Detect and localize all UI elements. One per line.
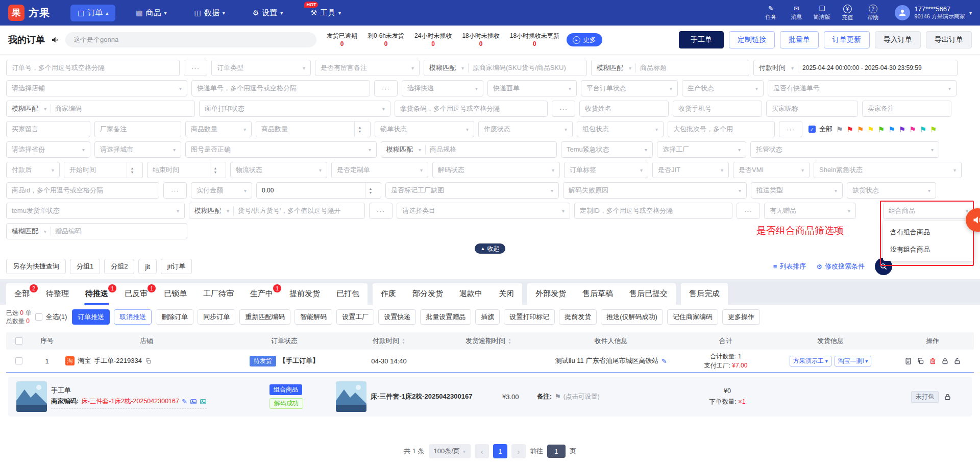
- gift-filter[interactable]: 有无赠品▾: [764, 203, 856, 219]
- nav-recharge[interactable]: ¥充值: [839, 5, 856, 21]
- flag-icon[interactable]: ⚑: [909, 126, 916, 133]
- modify-search-link[interactable]: ⚙ 修改搜索条件: [816, 262, 865, 271]
- manual-order-button[interactable]: 手工单: [679, 31, 724, 48]
- lock-icon[interactable]: [944, 393, 951, 401]
- early-ship-button[interactable]: 提前发货: [559, 309, 597, 325]
- sort-icons[interactable]: ▲▼: [508, 337, 511, 345]
- push-decoded-only-button[interactable]: 推送(仅解码成功): [601, 309, 663, 325]
- jit-button[interactable]: jit: [138, 259, 156, 274]
- pack-group-status-filter[interactable]: 组包状态▾: [577, 121, 664, 137]
- platform-order-status-filter[interactable]: 平台订单状态▾: [581, 80, 678, 96]
- step-up-icon[interactable]: ▲: [358, 126, 362, 129]
- decode-fail-reason-filter[interactable]: 解码失败原因▾: [563, 182, 747, 199]
- product-qty-compare-filter[interactable]: 商品数量▾: [185, 121, 252, 137]
- pay-after-filter[interactable]: 付款后▾: [6, 162, 60, 178]
- paid-amount-filter[interactable]: 0.00▲▼: [256, 182, 381, 199]
- sort-icons[interactable]: ▲▼: [402, 337, 405, 345]
- big-bag-batch-more-button[interactable]: ···: [779, 121, 802, 137]
- nav-item-goods[interactable]: ▦商品▾: [129, 5, 174, 21]
- row-checkbox[interactable]: [15, 357, 22, 364]
- collapse-filters-button[interactable]: ▲ 收起: [475, 243, 506, 254]
- status-tab[interactable]: 外部发货: [527, 283, 574, 305]
- group2-button[interactable]: 分组2: [104, 259, 134, 274]
- status-tab[interactable]: 工厂待审: [195, 283, 242, 305]
- flag-icon[interactable]: ⚑: [836, 126, 843, 133]
- push-type-filter[interactable]: 推送类型▾: [751, 182, 843, 199]
- rematch-code-button[interactable]: 重新匹配编码: [239, 309, 290, 325]
- product-image[interactable]: [336, 381, 366, 412]
- nav-simple-mode[interactable]: ❑简洁版: [813, 5, 830, 21]
- gallery-icon[interactable]: [200, 398, 207, 405]
- status-tab[interactable]: 售后完成: [681, 283, 728, 305]
- production-status-filter[interactable]: 生产状态▾: [682, 80, 764, 96]
- pickup-barcode-filter[interactable]: 拿货条码，多个用逗号或空格分隔: [395, 101, 548, 117]
- copy-order-icon[interactable]: [917, 357, 924, 365]
- edit-code-icon[interactable]: ✎: [182, 396, 187, 407]
- status-tab[interactable]: 部分发货: [404, 283, 451, 305]
- flag-icon[interactable]: ⚑: [888, 126, 895, 133]
- batch-order-button[interactable]: 批量单: [780, 31, 819, 48]
- jit-order-button[interactable]: jit订单: [161, 259, 192, 274]
- start-time-filter[interactable]: 开始时间▲▼: [64, 162, 143, 178]
- more-actions-button[interactable]: 更多操作: [722, 309, 760, 325]
- pay-time-range-filter[interactable]: 付款时间▾2025-04-24 00:00:00 - 2025-04-30 23…: [753, 60, 958, 76]
- shein-urgent-status-filter[interactable]: Shein紧急状态▾: [814, 162, 962, 178]
- set-factory-button[interactable]: 设置工厂: [336, 309, 374, 325]
- is-vmi-filter[interactable]: 是否VMI▾: [733, 162, 810, 178]
- status-tab[interactable]: 待推送1: [77, 283, 116, 305]
- nav-help[interactable]: ?帮助: [864, 5, 881, 21]
- logistics-status-filter[interactable]: 物流状态▾: [230, 162, 327, 178]
- status-tab[interactable]: 关闭: [491, 283, 522, 305]
- custom-id-more-button[interactable]: ···: [737, 203, 760, 219]
- temu-shipment-status-filter[interactable]: temu发货单状态▾: [6, 203, 185, 219]
- paid-amount-compare-filter[interactable]: 实付金额▾: [191, 182, 252, 199]
- status-tab[interactable]: 售后已提交: [621, 283, 676, 305]
- step-down-icon[interactable]: ▼: [369, 191, 373, 194]
- shipment-stat[interactable]: 剩0-6h未发货0: [368, 32, 404, 48]
- factory-remark-filter[interactable]: 厂家备注: [94, 121, 181, 137]
- supplier-sku-filter[interactable]: 模糊匹配▾货号/供方货号'，多个值以逗号隔开: [189, 203, 365, 219]
- import-orders-button[interactable]: 导入订单: [875, 31, 921, 48]
- category-filter[interactable]: 请选择类目▾: [397, 203, 570, 219]
- product-qty-filter[interactable]: 商品数量▲▼: [256, 121, 371, 137]
- has-tracking-no-filter[interactable]: 是否有快递单号▾: [768, 80, 957, 96]
- flag-icon[interactable]: ⚑: [857, 126, 864, 133]
- sortable-column-header[interactable]: 付款时间▲▼: [338, 336, 440, 346]
- nav-item-settings[interactable]: ⚙设置▾: [246, 5, 290, 21]
- nav-message[interactable]: ✉消息: [788, 5, 805, 21]
- ship-info-chip[interactable]: 方果演示工▾: [790, 356, 831, 366]
- product-id-more-button[interactable]: ···: [163, 182, 187, 199]
- nav-item-tools[interactable]: ⚒工具▾HOT: [303, 5, 348, 21]
- buyer-nickname-filter[interactable]: 买家昵称: [766, 101, 858, 117]
- push-orders-button[interactable]: 订单推送: [72, 309, 110, 325]
- order-no-more-button[interactable]: ···: [184, 60, 207, 76]
- ship-info-chip[interactable]: 淘宝—测l▾: [835, 356, 872, 366]
- city-filter[interactable]: 请选择城市▾: [94, 141, 181, 158]
- set-courier-button[interactable]: 设置快递: [378, 309, 416, 325]
- flag-icon[interactable]: ⚑: [846, 126, 853, 133]
- announcement-banner[interactable]: 这个是个gonna: [65, 32, 316, 47]
- order-no-filter[interactable]: 订单号，多个用逗号或空格分隔: [6, 60, 180, 76]
- status-tab[interactable]: 作废: [373, 283, 404, 305]
- is-custom-order-filter[interactable]: 是否定制单▾: [331, 162, 428, 178]
- number-stepper[interactable]: ▲▼: [365, 183, 376, 198]
- product-id-filter[interactable]: 商品id，多个用逗号或空格分隔: [6, 182, 159, 199]
- order-update-button[interactable]: 订单更新: [824, 31, 870, 48]
- lock-stock-icon[interactable]: [953, 357, 961, 365]
- prev-page-button[interactable]: ‹: [475, 444, 489, 458]
- table-row[interactable]: 1 淘 淘宝 手工单-2219334 待发货 【手工订单】 04-30 14:4…: [6, 350, 974, 373]
- temu-urgent-status-filter[interactable]: Temu紧急状态▾: [561, 141, 653, 158]
- step-down-icon[interactable]: ▼: [214, 170, 217, 174]
- delete-order-icon[interactable]: [929, 357, 937, 365]
- diagram-correct-filter[interactable]: 图号是否正确▾: [185, 141, 377, 158]
- lock-order-icon[interactable]: [941, 357, 949, 365]
- big-bag-batch-filter[interactable]: 大包批次号，多个用: [668, 121, 775, 137]
- sortable-column-header[interactable]: 发货逾期时间▲▼: [440, 336, 537, 346]
- order-type-filter[interactable]: 订单类型▾: [211, 60, 311, 76]
- province-filter[interactable]: 请选择省份▾: [6, 141, 90, 158]
- combo-product-filter[interactable]: 组合商品▾: [883, 203, 974, 219]
- number-stepper[interactable]: ▲▼: [210, 162, 220, 178]
- group1-button[interactable]: 分组1: [70, 259, 100, 274]
- more-stats-button[interactable]: ▸ 更多: [567, 33, 602, 46]
- dropdown-option[interactable]: 没有组合商品: [883, 241, 974, 258]
